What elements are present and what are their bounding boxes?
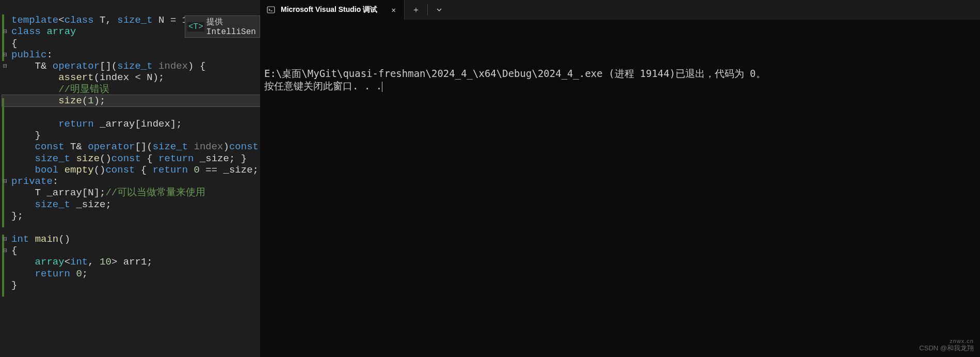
code-token <box>11 84 58 95</box>
code-token: , <box>88 256 100 268</box>
code-token: template <box>11 14 58 26</box>
code-line[interactable]: size_t _size; <box>2 199 260 210</box>
code-token: 1 <box>88 95 93 106</box>
terminal-line: E:\桌面\MyGit\quasi-freshman\2024_4_\x64\D… <box>264 67 976 80</box>
code-line[interactable]: }; <box>2 210 260 222</box>
fold-toggle-icon[interactable]: ⊟ <box>3 27 7 36</box>
code-token: _size; <box>70 199 111 210</box>
code-token: public <box>11 49 46 60</box>
code-token: class <box>11 26 41 37</box>
code-line[interactable]: return _array[index]; <box>2 118 260 130</box>
code-line[interactable]: assert(index < N); <box>2 72 260 83</box>
code-token <box>58 164 64 176</box>
fold-toggle-icon[interactable]: ⊟ <box>3 51 7 59</box>
code-token: }; <box>11 210 23 222</box>
code-line[interactable]: //明显错误 <box>2 84 260 95</box>
code-line[interactable] <box>2 106 260 118</box>
terminal-tab[interactable]: Microsoft Visual Studio 调试 ✕ <box>260 0 405 20</box>
code-line[interactable]: { <box>2 245 260 256</box>
code-token: size_t <box>153 141 188 152</box>
code-token: private <box>11 176 53 187</box>
code-token <box>11 106 17 118</box>
code-token <box>29 234 35 245</box>
watermark-bottom: CSDN @和我龙翔 <box>919 345 974 352</box>
code-token: } <box>11 280 17 291</box>
terminal-tab-bar: Microsoft Visual Studio 调试 ✕ ＋ <box>260 0 980 20</box>
code-token: array <box>35 256 65 268</box>
code-token: empty <box>65 164 94 176</box>
code-token: size_t <box>117 14 152 26</box>
fold-toggle-icon[interactable]: ⊟ <box>3 62 7 70</box>
code-token <box>70 153 76 164</box>
new-tab-button[interactable]: ＋ <box>405 0 427 20</box>
watermark: znwx.cn CSDN @和我龙翔 <box>919 337 974 352</box>
code-line[interactable]: { <box>2 38 260 49</box>
fold-toggle-icon[interactable]: ⊟ <box>3 246 7 255</box>
generic-type-label: <T> <box>187 22 204 32</box>
code-token: const <box>111 153 141 164</box>
code-token <box>188 141 194 152</box>
code-token: return <box>153 164 188 176</box>
code-token: 0 <box>76 268 82 280</box>
code-token <box>11 199 35 210</box>
code-token: ; <box>82 268 88 280</box>
code-token: T& <box>11 60 53 72</box>
fold-toggle-icon[interactable]: ⊟ <box>3 177 7 185</box>
watermark-top: znwx.cn <box>919 337 974 345</box>
code-token: (index < N); <box>94 72 165 83</box>
code-token: ( <box>82 95 88 106</box>
code-line[interactable]: T& operator[](size_t index) { <box>2 60 260 72</box>
code-line[interactable] <box>2 222 260 233</box>
code-token <box>11 72 58 83</box>
code-token: size <box>76 153 100 164</box>
code-token: 0 <box>194 164 200 176</box>
tab-dropdown-button[interactable] <box>428 0 451 20</box>
code-token: < <box>58 14 64 26</box>
code-line[interactable]: return 0; <box>2 268 260 280</box>
code-token: array <box>46 26 76 37</box>
code-token: == _size; } <box>200 164 260 176</box>
code-token: size_t <box>117 60 152 72</box>
code-area[interactable]: template<class T, size_t N = 10>class ar… <box>0 0 260 291</box>
terminal-icon <box>266 5 276 14</box>
code-line[interactable]: int main() <box>2 234 260 245</box>
code-line[interactable]: } <box>2 130 260 141</box>
code-line[interactable]: bool empty()const { return 0 == _size; } <box>2 164 260 176</box>
code-line[interactable]: size(1); <box>2 95 260 106</box>
code-line[interactable]: const T& operator[](size_t index)const {… <box>2 141 260 152</box>
code-token: operator <box>88 141 135 152</box>
terminal-output[interactable]: E:\桌面\MyGit\quasi-freshman\2024_4_\x64\D… <box>260 20 980 357</box>
code-token: < <box>65 256 70 268</box>
code-token <box>11 153 35 164</box>
code-line[interactable]: private: <box>2 176 260 187</box>
code-token <box>11 222 17 233</box>
code-token: { <box>11 38 17 49</box>
code-line[interactable]: size_t size()const { return _size; } <box>2 153 260 164</box>
code-token: size_t <box>35 199 70 210</box>
code-token <box>188 164 194 176</box>
code-token: assert <box>58 72 93 83</box>
terminal-cursor <box>382 82 382 92</box>
code-token: { <box>259 141 260 152</box>
code-token: bool <box>35 164 59 176</box>
code-token <box>11 118 58 130</box>
code-line[interactable]: array<int, 10> arr1; <box>2 256 260 268</box>
code-token <box>11 141 35 152</box>
code-line[interactable]: } <box>2 280 260 291</box>
code-token <box>41 26 46 37</box>
code-token: const <box>229 141 259 152</box>
code-token: int <box>70 256 88 268</box>
code-line[interactable]: T _array[N];//可以当做常量来使用 <box>2 187 260 198</box>
code-token: operator <box>53 60 100 72</box>
fold-toggle-icon[interactable]: ⊟ <box>3 235 7 243</box>
code-token <box>11 95 58 106</box>
code-token: () <box>100 153 111 164</box>
code-line[interactable]: public: <box>2 49 260 60</box>
code-token <box>153 60 158 72</box>
code-token: { <box>11 245 17 256</box>
code-token: return <box>158 153 194 164</box>
close-icon[interactable]: ✕ <box>390 5 398 15</box>
code-token: //可以当做常量来使用 <box>105 187 205 198</box>
code-token: _array[index]; <box>94 118 182 130</box>
terminal-tab-title: Microsoft Visual Studio 调试 <box>281 5 384 14</box>
